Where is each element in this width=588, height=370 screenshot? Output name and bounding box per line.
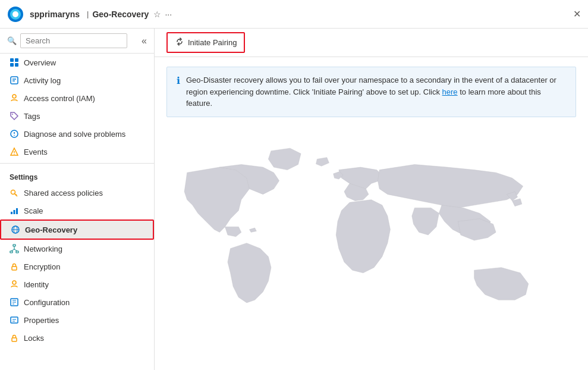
search-icon: 🔍 <box>7 36 17 45</box>
sidebar-item-label: Activity log <box>24 76 61 85</box>
sidebar-item-identity[interactable]: Identity <box>0 275 154 293</box>
svg-rect-22 <box>14 210 15 214</box>
networking-icon <box>10 244 19 253</box>
svg-rect-42 <box>12 338 17 341</box>
sidebar-item-label: Properties <box>24 316 59 325</box>
lock2-icon <box>10 333 19 343</box>
svg-point-18 <box>11 190 15 195</box>
close-button[interactable]: ✕ <box>573 8 581 20</box>
sidebar: 🔍 « Overview Activity log <box>0 29 155 370</box>
svg-point-17 <box>14 153 15 155</box>
svg-rect-5 <box>10 63 14 67</box>
sidebar-item-diagnose[interactable]: Diagnose and solve problems <box>0 125 154 143</box>
info-text: Geo-Disaster recovery allows you to fail… <box>186 74 566 109</box>
svg-point-2 <box>12 11 18 17</box>
favorite-star[interactable]: ☆ <box>153 10 161 19</box>
sidebar-item-label: Tags <box>24 112 40 121</box>
app-name: spprimaryns <box>30 10 80 19</box>
sidebar-item-configuration[interactable]: Configuration <box>0 293 154 311</box>
sidebar-item-label: Events <box>24 148 48 156</box>
diagnose-icon <box>10 129 19 139</box>
content-area: Initiate Pairing ℹ Geo-Disaster recovery… <box>155 29 588 370</box>
sidebar-item-label: Geo-Recovery <box>25 225 77 234</box>
info-link[interactable]: here <box>442 87 458 96</box>
info-banner: ℹ Geo-Disaster recovery allows you to fa… <box>166 67 576 117</box>
identity-icon <box>10 280 19 289</box>
sidebar-item-networking[interactable]: Networking <box>0 240 154 258</box>
svg-point-11 <box>12 114 13 115</box>
sidebar-item-label: Identity <box>24 280 49 289</box>
svg-line-31 <box>11 249 14 251</box>
pairing-icon <box>175 37 184 48</box>
collapse-button[interactable]: « <box>142 36 147 46</box>
overview-icon <box>10 58 19 67</box>
properties-icon <box>10 315 19 325</box>
svg-rect-6 <box>15 63 18 67</box>
settings-divider <box>0 163 154 164</box>
svg-rect-21 <box>11 212 12 214</box>
svg-point-10 <box>12 95 16 98</box>
world-map <box>155 127 588 371</box>
more-options[interactable]: ··· <box>165 10 172 19</box>
key-icon <box>10 188 19 197</box>
info-icon: ℹ <box>177 75 180 86</box>
sidebar-item-properties[interactable]: Properties <box>0 311 154 329</box>
svg-rect-7 <box>11 77 18 84</box>
app-logo <box>7 6 24 23</box>
sidebar-nav: Overview Activity log Access control (IA… <box>0 54 154 370</box>
scale-icon <box>10 206 19 215</box>
toolbar: Initiate Pairing <box>155 29 588 57</box>
sidebar-item-label: Overview <box>24 58 56 67</box>
sidebar-item-label: Shared access policies <box>24 189 103 197</box>
sidebar-item-access-control[interactable]: Access control (IAM) <box>0 89 154 107</box>
sidebar-item-activity-log[interactable]: Activity log <box>0 71 154 89</box>
svg-rect-28 <box>10 251 12 253</box>
resource-name: Geo-Recovery <box>92 10 149 19</box>
sidebar-item-events[interactable]: Events <box>0 143 154 161</box>
svg-line-20 <box>15 195 17 195</box>
sidebar-item-geo-recovery[interactable]: Geo-Recovery <box>0 220 154 240</box>
geo-icon <box>11 225 20 234</box>
sidebar-item-locks[interactable]: Locks <box>0 329 154 347</box>
svg-rect-4 <box>15 58 18 62</box>
map-container <box>155 127 588 371</box>
access-icon <box>10 93 19 103</box>
svg-rect-29 <box>16 251 18 253</box>
sidebar-item-label: Access control (IAM) <box>24 94 95 103</box>
tags-icon <box>10 111 19 121</box>
settings-section-label: Settings <box>0 166 154 184</box>
title-separator: | <box>87 10 89 18</box>
initiate-pairing-button[interactable]: Initiate Pairing <box>166 32 245 53</box>
sidebar-item-label: Locks <box>24 334 44 343</box>
initiate-pairing-label: Initiate Pairing <box>188 38 237 47</box>
sidebar-search-container: 🔍 « <box>0 29 154 54</box>
lock-icon <box>10 262 19 271</box>
svg-rect-3 <box>10 58 14 62</box>
sidebar-item-label: Diagnose and solve problems <box>24 130 125 139</box>
svg-rect-23 <box>16 208 18 214</box>
svg-point-34 <box>12 281 16 284</box>
config-icon <box>10 297 19 307</box>
svg-rect-39 <box>11 317 18 323</box>
sidebar-item-tags[interactable]: Tags <box>0 107 154 125</box>
activity-icon <box>10 76 19 85</box>
svg-point-14 <box>14 135 15 136</box>
title-bar: spprimaryns | Geo-Recovery ☆ ··· ✕ <box>0 0 588 29</box>
sidebar-item-label: Scale <box>24 206 43 215</box>
sidebar-item-encryption[interactable]: Encryption <box>0 258 154 275</box>
svg-rect-27 <box>13 244 15 246</box>
sidebar-item-scale[interactable]: Scale <box>0 202 154 220</box>
sidebar-item-label: Networking <box>24 244 62 253</box>
svg-line-32 <box>14 249 17 251</box>
events-icon <box>10 147 19 156</box>
sidebar-item-label: Configuration <box>24 298 70 307</box>
search-input[interactable] <box>20 33 127 48</box>
main-layout: 🔍 « Overview Activity log <box>0 29 588 370</box>
svg-rect-33 <box>12 266 17 270</box>
sidebar-item-shared-access[interactable]: Shared access policies <box>0 184 154 202</box>
sidebar-item-overview[interactable]: Overview <box>0 54 154 71</box>
sidebar-item-label: Encryption <box>24 262 60 271</box>
